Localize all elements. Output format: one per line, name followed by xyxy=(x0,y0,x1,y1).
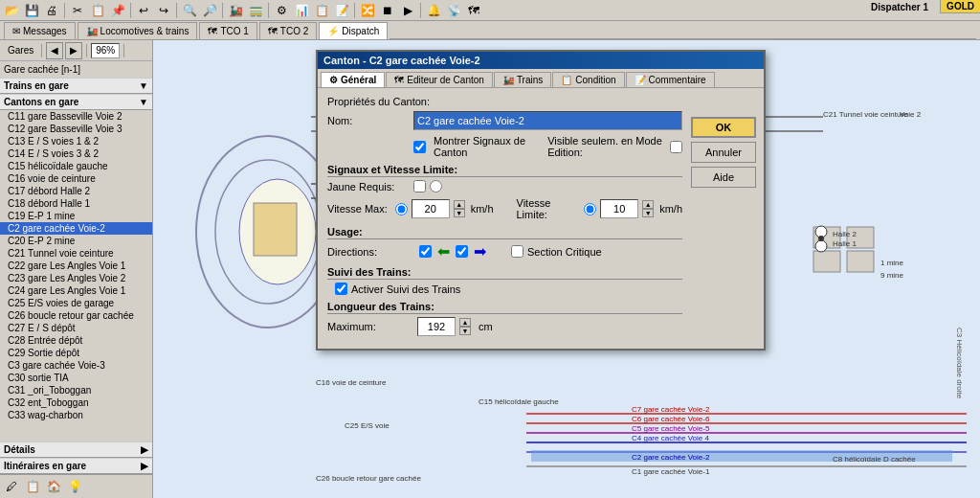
list-item[interactable]: C13 E / S voies 1 & 2 xyxy=(0,135,152,147)
annuler-button[interactable]: Annuler xyxy=(691,142,756,163)
list-item[interactable]: C3 gare cachée Voie-3 xyxy=(0,359,152,372)
visible-checkbox[interactable] xyxy=(670,141,682,153)
sidebar-btn-1[interactable]: 🖊 xyxy=(2,477,21,496)
list-item[interactable]: C33 wag-charbon xyxy=(0,409,152,421)
toolbar-icon-redo[interactable]: ↪ xyxy=(154,1,173,20)
dialog-tab-general[interactable]: ⚙ Général xyxy=(321,72,385,87)
toolbar-icon-cut[interactable]: ✂ xyxy=(68,1,87,20)
list-item[interactable]: C23 gare Les Angles Voie 2 xyxy=(0,272,152,284)
list-item[interactable]: C28 Entrée dépôt xyxy=(0,334,152,347)
section-details[interactable]: Détails ▶ xyxy=(0,441,152,458)
list-item[interactable]: C29 Sortie dépôt xyxy=(0,347,152,359)
arrow-right-icon[interactable]: ➡ xyxy=(474,242,486,260)
list-item[interactable]: C11 gare Basseville Voie 2 xyxy=(0,110,152,123)
toolbar-icon-open[interactable]: 📂 xyxy=(2,1,21,20)
map-area[interactable]: C28 Entre C29 C16 voie de ceinture C15 h… xyxy=(153,40,980,498)
zoom-input[interactable] xyxy=(91,43,120,58)
activer-suivi-checkbox[interactable] xyxy=(335,283,347,295)
toolbar-icon-list[interactable]: 📋 xyxy=(312,1,331,20)
jaune-requis-radio[interactable] xyxy=(430,180,442,192)
toolbar-sep-sec-2 xyxy=(86,44,87,57)
ok-button[interactable]: OK xyxy=(691,117,756,138)
sidebar-btn-3[interactable]: 🏠 xyxy=(44,477,63,496)
toolbar-icon-copy[interactable]: 📋 xyxy=(88,1,107,20)
toolbar-icon-save[interactable]: 💾 xyxy=(22,1,41,20)
toolbar-icon-bell[interactable]: 🔔 xyxy=(424,1,443,20)
toolbar-icon-shuffle[interactable]: 🔀 xyxy=(358,1,377,20)
section-cantons-en-gare[interactable]: Cantons en gare ▼ xyxy=(0,94,152,110)
list-item[interactable]: C24 gare Les Angles Voie 1 xyxy=(0,284,152,297)
vitesse-limite-input[interactable] xyxy=(600,199,638,218)
messages-icon: ✉ xyxy=(12,26,20,36)
dir-left-checkbox[interactable] xyxy=(419,245,432,258)
nav-next-btn[interactable]: ▶ xyxy=(65,42,82,59)
vitesse-max-down[interactable]: ▼ xyxy=(454,209,465,217)
vitesse-limite-up[interactable]: ▲ xyxy=(642,200,654,209)
tab-dispatch[interactable]: ⚡ Dispatch xyxy=(319,22,388,39)
dialog-tab-condition[interactable]: 📋 Condition xyxy=(552,72,624,87)
list-item[interactable]: C21 Tunnel voie ceinture xyxy=(0,247,152,260)
vitesse-max-up[interactable]: ▲ xyxy=(454,200,465,209)
list-item[interactable]: C30 sortie TIA xyxy=(0,372,152,384)
toolbar-icon-map[interactable]: 🗺 xyxy=(464,1,483,20)
list-item[interactable]: C22 gare Les Angles Voie 1 xyxy=(0,260,152,272)
dialog-canton: Canton - C2 gare cachée Voie-2 ⚙ Général… xyxy=(316,50,766,351)
section-trains-en-gare[interactable]: Trains en gare ▼ xyxy=(0,78,152,94)
nav-prev-btn[interactable]: ◀ xyxy=(46,42,63,59)
dialog-tab-editeur[interactable]: 🗺 Editeur de Canton xyxy=(386,72,493,87)
toolbar-icon-paste[interactable]: 📌 xyxy=(108,1,127,20)
list-item-selected[interactable]: C2 gare cachée Voie-2 xyxy=(0,222,152,235)
dir-right-checkbox[interactable] xyxy=(456,245,468,258)
toolbar-icon-zoom-in[interactable]: 🔍 xyxy=(180,1,199,20)
list-item[interactable]: C17 débord Halle 2 xyxy=(0,185,152,197)
toolbar-icon-print[interactable]: 🖨 xyxy=(42,1,61,20)
list-item[interactable]: C26 boucle retour gar cachée xyxy=(0,309,152,322)
show-signals-checkbox[interactable] xyxy=(413,141,426,153)
toolbar-icon-edit[interactable]: 📝 xyxy=(332,1,351,20)
vitesse-max-radio[interactable] xyxy=(395,203,408,215)
sidebar-btn-2[interactable]: 📋 xyxy=(23,477,42,496)
toolbar-icon-wagon[interactable]: 🚃 xyxy=(246,1,265,20)
maximum-up[interactable]: ▲ xyxy=(459,318,471,327)
section-itineraires[interactable]: Itinéraires en gare ▶ xyxy=(0,458,152,474)
vitesse-max-input[interactable] xyxy=(412,199,450,218)
list-item[interactable]: C25 E/S voies de garage xyxy=(0,297,152,309)
svg-text:C7 gare cachée Voie-2: C7 gare cachée Voie-2 xyxy=(632,405,710,414)
list-item[interactable]: C19 E-P 1 mine xyxy=(0,210,152,222)
aide-button[interactable]: Aide xyxy=(691,167,756,188)
toolbar-icon-signal[interactable]: 📡 xyxy=(444,1,463,20)
tab-locos[interactable]: 🚂 Locomotives & trains xyxy=(78,22,198,39)
list-item[interactable]: C12 gare Basseville Voie 3 xyxy=(0,123,152,135)
sidebar-btn-4[interactable]: 💡 xyxy=(65,477,84,496)
dialog-tab-commentaire[interactable]: 📝 Commentaire xyxy=(626,72,715,87)
toolbar-icon-undo[interactable]: ↩ xyxy=(134,1,153,20)
jaune-requis-checkbox[interactable] xyxy=(413,180,426,192)
list-item[interactable]: C27 E / S dépôt xyxy=(0,322,152,334)
toolbar-icon-train[interactable]: 🚂 xyxy=(226,1,245,20)
tab-messages[interactable]: ✉ Messages xyxy=(4,22,76,39)
dialog-titlebar: Canton - C2 gare cachée Voie-2 xyxy=(318,52,764,69)
vitesse-limite-radio[interactable] xyxy=(584,203,596,215)
list-item[interactable]: C31 _ori_Toboggan xyxy=(0,384,152,396)
list-item[interactable]: C14 E / S voies 3 & 2 xyxy=(0,147,152,160)
list-item[interactable]: C15 hélicoïdale gauche xyxy=(0,160,152,172)
toolbar-icon-stop[interactable]: ⏹ xyxy=(378,1,397,20)
tab-tco1[interactable]: 🗺 TCO 1 xyxy=(199,22,256,39)
list-item[interactable]: C32 ent_Toboggan xyxy=(0,396,152,409)
tab-tco2[interactable]: 🗺 TCO 2 xyxy=(259,22,317,39)
nom-input[interactable] xyxy=(413,111,682,130)
toolbar-icon-settings[interactable]: ⚙ xyxy=(272,1,291,20)
maximum-down[interactable]: ▼ xyxy=(459,327,471,335)
maximum-input[interactable] xyxy=(417,317,456,336)
toolbar-icon-zoom-out[interactable]: 🔎 xyxy=(200,1,219,20)
list-item[interactable]: C16 voie de ceinture xyxy=(0,172,152,185)
list-item[interactable]: C20 E-P 2 mine xyxy=(0,235,152,247)
toolbar-icon-play[interactable]: ▶ xyxy=(398,1,417,20)
toolbar-sep-1 xyxy=(64,3,65,18)
list-item[interactable]: C18 débord Halle 1 xyxy=(0,197,152,210)
section-critique-checkbox[interactable] xyxy=(511,245,523,258)
dialog-tab-trains[interactable]: 🚂 Trains xyxy=(494,72,551,87)
toolbar-icon-chart[interactable]: 📊 xyxy=(292,1,311,20)
vitesse-limite-down[interactable]: ▼ xyxy=(642,209,654,217)
arrow-left-icon[interactable]: ⬅ xyxy=(437,242,450,260)
